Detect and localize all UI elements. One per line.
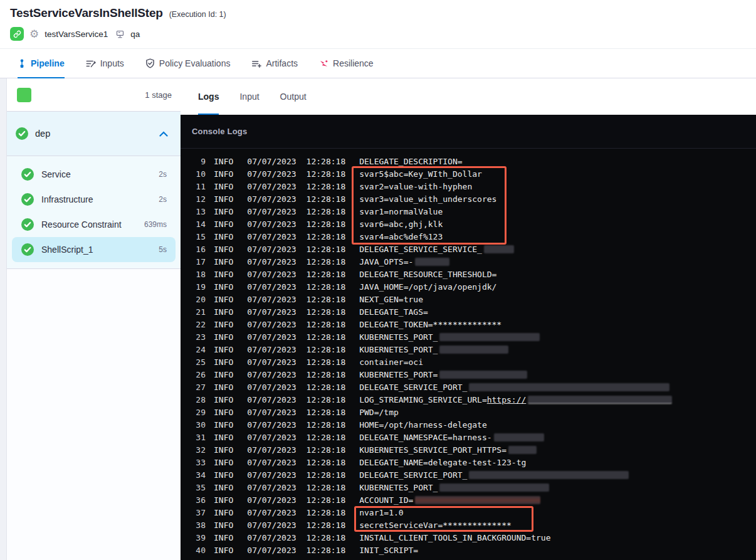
log-line-number: 29 (189, 408, 206, 417)
log-date: 07/07/2023 (247, 194, 296, 204)
log-date: 07/07/2023 (247, 345, 296, 354)
log-date: 07/07/2023 (247, 270, 296, 279)
log-text: nvar1=1.0 (359, 508, 403, 517)
step-duration: 2s (159, 195, 167, 204)
log-line: 17INFO07/07/202312:28:18JAVA_OPTS=- (181, 255, 756, 268)
log-date: 07/07/2023 (247, 157, 296, 166)
log-line-number: 32 (189, 445, 206, 455)
tab-inputs[interactable]: Inputs (86, 49, 124, 78)
log-date: 07/07/2023 (247, 445, 296, 455)
redacted-text (439, 333, 540, 341)
log-level: INFO (214, 495, 233, 505)
log-level: INFO (214, 546, 233, 555)
tab-artifacts[interactable]: Artifacts (251, 49, 298, 78)
gear-icon: ⚙ (29, 29, 39, 40)
log-text: DELEGATE_SERVICE_PORT_ (359, 470, 467, 480)
log-message: DELEGATE_DESCRIPTION= (359, 157, 462, 166)
log-line: 23INFO07/07/202312:28:18KUBERNETES_PORT_ (181, 330, 756, 343)
log-message: DELEGATE_SERVICE_PORT_ (359, 383, 669, 392)
stage-count: 1 stage (145, 90, 172, 100)
log-line-number: 37 (189, 508, 206, 517)
log-line: 24INFO07/07/202312:28:18KUBERNETES_PORT_ (181, 343, 756, 356)
log-link[interactable]: https:// (487, 395, 527, 404)
sidebar-step-infrastructure[interactable]: Infrastructure2s (12, 187, 176, 212)
log-time: 12:28:18 (307, 533, 346, 542)
log-time: 12:28:18 (307, 458, 346, 467)
log-line: 37INFO07/07/202312:28:18nvar1=1.0 (181, 506, 756, 519)
log-message: nvar1=1.0 (359, 508, 403, 517)
log-date: 07/07/2023 (247, 295, 296, 304)
log-text: KUBERNETES_PORT_ (359, 345, 438, 354)
log-date: 07/07/2023 (247, 533, 296, 542)
log-message: LOG_STREAMING_SERVICE_URL=https:// (359, 395, 672, 404)
log-time: 12:28:18 (307, 383, 346, 392)
sidebar-step-resource-constraint[interactable]: Resource Constraint639ms (12, 212, 176, 237)
sidebar-step-shellscript-1[interactable]: ShellScript_15s (12, 237, 176, 262)
log-level: INFO (214, 320, 233, 329)
log-line: 10INFO07/07/202312:28:18svar5$abc=Key_WI… (181, 167, 756, 180)
console-log-list[interactable]: 9INFO07/07/202312:28:18DELEGATE_DESCRIPT… (181, 149, 756, 560)
tab-output[interactable]: Output (280, 78, 307, 115)
log-line: 21INFO07/07/202312:28:18DELEGATE_TAGS= (181, 305, 756, 318)
log-line-number: 14 (189, 219, 206, 229)
log-date: 07/07/2023 (247, 320, 296, 329)
log-level: INFO (214, 470, 233, 480)
log-level: INFO (214, 295, 233, 304)
tab-pipeline[interactable]: Pipeline (18, 49, 65, 78)
log-level: INFO (214, 408, 233, 417)
log-level: INFO (214, 420, 233, 430)
check-circle-icon (21, 243, 34, 256)
log-message: KUBERNETES_PORT_ (359, 332, 540, 342)
tab-resilience[interactable]: Resilience (319, 49, 374, 78)
log-message: svar5$abc=Key_WIth_Dollar (359, 169, 482, 179)
log-line-number: 19 (189, 282, 206, 292)
tab-policy-evaluations[interactable]: Policy Evaluations (145, 49, 231, 78)
chevron-up-icon[interactable] (159, 131, 168, 137)
log-line: 22INFO07/07/202312:28:18DELEGATE_TOKEN=*… (181, 318, 756, 330)
log-text: KUBERNETES_PORT_ (359, 483, 438, 492)
log-line: 39INFO07/07/202312:28:18INSTALL_CLIENT_T… (181, 531, 756, 544)
log-line-number: 25 (189, 357, 206, 367)
list-plus-icon (251, 59, 261, 68)
log-message: svar2=value-with-hyphen (359, 182, 472, 191)
environment-icon (115, 29, 125, 39)
page-header: TestServiceVarsInShellStep (Execution Id… (0, 0, 756, 49)
redacted-text (415, 258, 449, 266)
stage-status-square (17, 88, 31, 102)
log-date: 07/07/2023 (247, 383, 296, 392)
log-text: svar3=value_with_underscores (359, 194, 496, 204)
log-line: 26INFO07/07/202312:28:18KUBERNETES_PORT= (181, 368, 756, 381)
step-duration: 2s (159, 170, 167, 179)
tab-input[interactable]: Input (239, 78, 259, 115)
log-line-number: 28 (189, 395, 206, 404)
log-message: PWD=/tmp (359, 408, 399, 417)
stage-group-dep[interactable]: dep (7, 112, 181, 156)
tab-logs[interactable]: Logs (198, 78, 219, 115)
step-details-panel: Logs Input Output Console Logs 9INFO07/0… (181, 78, 756, 560)
inputs-icon (86, 59, 96, 68)
log-level: INFO (214, 458, 233, 467)
log-message: ACCOUNT_ID= (359, 495, 540, 505)
console-header[interactable]: Console Logs (181, 115, 756, 149)
log-message: secretServiceVar=************** (359, 520, 512, 530)
check-circle-icon (21, 193, 34, 206)
log-message: svar6=abc,ghj,klk (359, 219, 443, 229)
log-line: 38INFO07/07/202312:28:18secretServiceVar… (181, 519, 756, 531)
log-message: KUBERNETES_PORT_ (359, 483, 549, 492)
log-level: INFO (214, 483, 233, 492)
log-message: DELEGATE_SERVICE_PORT_ (359, 470, 629, 480)
log-time: 12:28:18 (307, 270, 346, 279)
console-title: Console Logs (192, 127, 247, 136)
log-text: container=oci (359, 357, 423, 367)
log-date: 07/07/2023 (247, 508, 296, 517)
log-line-number: 24 (189, 345, 206, 354)
log-message: KUBERNETES_PORT= (359, 370, 527, 379)
log-level: INFO (214, 383, 233, 392)
log-time: 12:28:18 (307, 546, 346, 555)
sidebar-step-service[interactable]: Service2s (12, 162, 176, 187)
log-level: INFO (214, 370, 233, 379)
log-text: ACCOUNT_ID= (359, 495, 413, 505)
log-text: NEXT_GEN=true (359, 295, 423, 304)
log-time: 12:28:18 (307, 345, 346, 354)
log-time: 12:28:18 (307, 357, 346, 367)
